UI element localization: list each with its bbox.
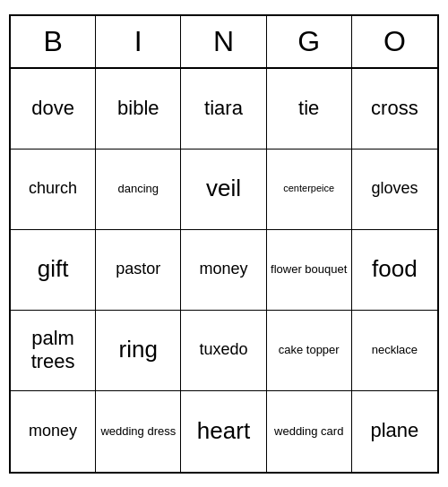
cell-text-19: necklace: [372, 343, 418, 357]
cell-text-10: gift: [38, 255, 69, 283]
bingo-cell-16[interactable]: ring: [96, 311, 181, 391]
bingo-cell-18[interactable]: cake topper: [267, 311, 352, 391]
bingo-cell-7[interactable]: veil: [181, 150, 266, 230]
bingo-cell-24[interactable]: plane: [352, 391, 437, 472]
bingo-cell-15[interactable]: palm trees: [11, 311, 96, 391]
cell-text-11: pastor: [116, 260, 160, 279]
bingo-cell-10[interactable]: gift: [11, 230, 96, 311]
cell-text-22: heart: [197, 417, 250, 445]
header-letter-I: I: [96, 16, 181, 67]
header-letter-B: B: [11, 16, 96, 67]
bingo-cell-21[interactable]: wedding dress: [96, 391, 181, 472]
cell-text-24: plane: [370, 419, 418, 442]
bingo-cell-13[interactable]: flower bouquet: [267, 230, 352, 311]
bingo-cell-8[interactable]: centerpeice: [267, 150, 352, 230]
bingo-cell-9[interactable]: gloves: [352, 150, 437, 230]
bingo-cell-5[interactable]: church: [11, 150, 96, 230]
bingo-card: BINGO dovebibletiaratiecrosschurchdancin…: [9, 14, 439, 474]
cell-text-2: tiara: [204, 97, 243, 120]
cell-text-1: bible: [117, 97, 159, 120]
bingo-cell-0[interactable]: dove: [11, 69, 96, 150]
cell-text-9: gloves: [371, 179, 418, 199]
bingo-cell-17[interactable]: tuxedo: [181, 311, 266, 391]
cell-text-23: wedding card: [274, 424, 343, 439]
bingo-cell-20[interactable]: money: [11, 391, 96, 472]
cell-text-7: veil: [206, 175, 241, 202]
bingo-cell-23[interactable]: wedding card: [267, 391, 352, 472]
bingo-cell-2[interactable]: tiara: [181, 69, 266, 150]
bingo-cell-1[interactable]: bible: [96, 69, 181, 150]
cell-text-12: money: [199, 260, 247, 279]
bingo-cell-3[interactable]: tie: [267, 69, 352, 150]
cell-text-0: dove: [31, 97, 74, 120]
cell-text-17: tuxedo: [199, 340, 247, 360]
cell-text-4: cross: [371, 97, 418, 120]
cell-text-8: centerpeice: [283, 183, 334, 194]
cell-text-21: wedding dress: [100, 424, 176, 439]
bingo-cell-14[interactable]: food: [352, 230, 437, 311]
bingo-grid: dovebibletiaratiecrosschurchdancingveilc…: [11, 69, 437, 472]
bingo-cell-4[interactable]: cross: [352, 69, 437, 150]
bingo-cell-6[interactable]: dancing: [96, 150, 181, 230]
cell-text-14: food: [372, 255, 418, 283]
bingo-cell-19[interactable]: necklace: [352, 311, 437, 391]
cell-text-16: ring: [119, 336, 158, 363]
cell-text-3: tie: [298, 97, 319, 120]
cell-text-13: flower bouquet: [271, 262, 347, 277]
cell-text-15: palm trees: [14, 327, 91, 374]
header-letter-N: N: [181, 16, 266, 67]
cell-text-18: cake topper: [279, 343, 340, 357]
cell-text-20: money: [29, 422, 77, 441]
bingo-header: BINGO: [11, 16, 437, 69]
header-letter-G: G: [267, 16, 352, 67]
cell-text-6: dancing: [118, 182, 159, 196]
cell-text-5: church: [29, 179, 77, 199]
header-letter-O: O: [352, 16, 437, 67]
bingo-cell-22[interactable]: heart: [181, 391, 266, 472]
bingo-cell-12[interactable]: money: [181, 230, 266, 311]
bingo-cell-11[interactable]: pastor: [96, 230, 181, 311]
